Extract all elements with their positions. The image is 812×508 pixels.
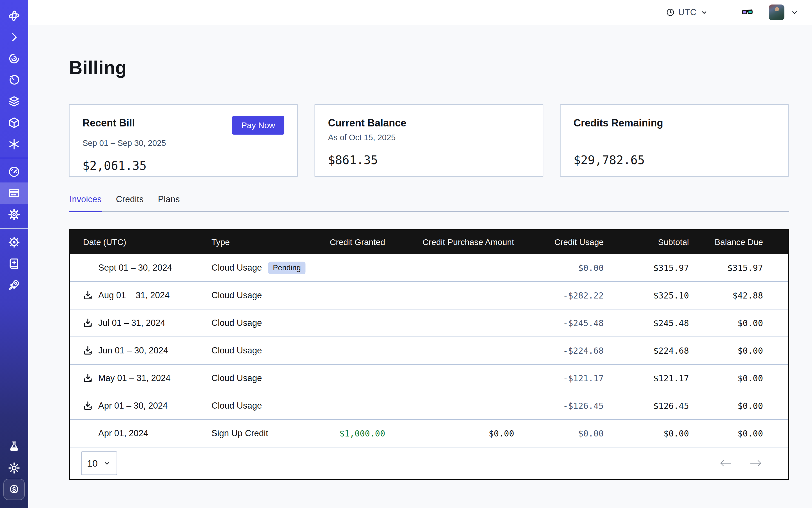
table-row: Jul 01 – 31, 2024 Cloud Usage -$245.48 $… [70,309,788,337]
glasses-icon [741,6,754,18]
table-body: Sept 01 – 30, 2024 Cloud Usage Pending $… [70,254,788,448]
book-sparkle-icon[interactable] [0,253,28,274]
table-footer: 10 [70,448,788,479]
card-amount: $861.35 [328,153,530,167]
page-title: Billing [69,57,789,78]
helm-wheel-icon[interactable] [0,231,28,253]
account-menu[interactable] [769,4,799,20]
subtotal-value: $325.10 [604,291,689,300]
table-row: Apr 01 – 30, 2024 Cloud Usage -$126.45 $… [70,392,788,420]
tab-credits[interactable]: Credits [116,194,144,212]
logo-orbit-icon[interactable] [0,5,28,27]
invoice-type: Cloud Usage [211,401,262,411]
balance-due-value: $0.00 [689,401,763,411]
credit-usage-value: -$224.68 [514,346,604,356]
table-row: Aug 01 – 31, 2024 Cloud Usage -$282.22 $… [70,282,788,309]
credit-usage-value: -$245.48 [514,318,604,328]
timezone-selector[interactable]: UTC [666,7,709,17]
download-invoice-icon[interactable] [82,345,93,356]
pagination [719,459,762,468]
user-avatar [769,4,784,20]
table-row: Sept 01 – 30, 2024 Cloud Usage Pending $… [70,254,788,282]
card-title: Recent Bill [83,117,135,129]
invoice-type: Cloud Usage [211,263,262,273]
pay-now-button[interactable]: Pay Now [232,116,284,135]
balance-due-value: $0.00 [689,373,763,383]
balance-due-value: $42.88 [689,291,763,300]
sidebar-divider [0,228,28,229]
table-row: Jun 01 – 30, 2024 Cloud Usage -$224.68 $… [70,337,788,365]
chevron-right-icon[interactable] [0,27,28,48]
timer-icon[interactable] [0,69,28,91]
gauge-icon[interactable] [0,161,28,182]
invoice-date: Jul 01 – 31, 2024 [98,318,165,328]
tab-plans[interactable]: Plans [157,194,180,212]
subtotal-value: $224.68 [604,346,689,356]
invoice-type: Cloud Usage [211,373,262,383]
invoice-date: Aug 01 – 31, 2024 [98,290,170,300]
card-subtitle: As of Oct 15, 2025 [328,133,530,143]
card-subtitle: Sep 01 – Sep 30, 2025 [83,138,284,149]
invoice-type: Cloud Usage [211,290,262,300]
gear-icon[interactable] [0,204,28,225]
download-invoice-icon[interactable] [82,318,93,329]
col-credit-purchase: Credit Purchase Amount [385,238,514,247]
sidebar-divider [0,158,28,158]
chevron-down-icon [790,8,799,17]
balance-due-value: $0.00 [689,346,763,356]
sun-icon[interactable] [0,457,28,479]
balance-due-value: $0.00 [689,429,763,438]
card-amount: $2,061.35 [83,159,284,173]
subtotal-value: $121.17 [604,373,689,383]
asterisk-icon[interactable] [0,133,28,155]
invoice-date: Apr 01, 2024 [98,428,148,438]
spiral-scan-icon[interactable] [0,48,28,69]
status-badge: Pending [268,262,305,274]
current-balance-card: Current Balance As of Oct 15, 2025 $861.… [314,104,543,177]
subtotal-value: $245.48 [604,318,689,328]
billing-card-icon [8,187,20,200]
card-amount: $29,782.65 [573,153,775,167]
invoice-date: May 01 – 31, 2024 [98,373,171,383]
flask-icon[interactable] [0,436,28,457]
tab-invoices[interactable]: Invoices [69,194,102,212]
sidebar-item-billing[interactable] [0,182,28,204]
credit-usage-value: -$126.45 [514,401,604,411]
prev-page-button[interactable] [719,459,732,468]
credit-granted-value: $1,000.00 [310,429,385,438]
balance-due-value: $0.00 [689,318,763,328]
invoice-type: Cloud Usage [211,345,262,356]
card-title: Current Balance [328,117,406,129]
chevron-down-icon [700,8,709,16]
download-invoice-icon[interactable] [82,400,93,412]
clock-icon [666,8,675,17]
col-balance-due: Balance Due [689,238,763,247]
next-page-button[interactable] [750,459,762,468]
page-size-select[interactable]: 10 [81,452,117,475]
chevron-down-icon [103,459,111,467]
page-size-value: 10 [87,458,98,469]
credits-remaining-card: Credits Remaining $29,782.65 [560,104,789,177]
timezone-label: UTC [678,7,696,17]
subtotal-value: $315.97 [604,263,689,273]
main-content: Billing Recent Bill Pay Now Sep 01 – Sep… [28,25,812,480]
invoices-table: Date (UTC) Type Credit Granted Credit Pu… [69,229,789,480]
dollar-badge-button[interactable] [3,479,25,500]
invoice-type: Cloud Usage [211,318,262,328]
glasses-button[interactable] [741,6,754,18]
topbar: UTC [28,0,812,25]
summary-cards: Recent Bill Pay Now Sep 01 – Sep 30, 202… [69,104,789,177]
table-header-row: Date (UTC) Type Credit Granted Credit Pu… [70,230,788,254]
invoice-date: Apr 01 – 30, 2024 [98,401,168,411]
invoice-date: Jun 01 – 30, 2024 [98,345,168,356]
col-credit-usage: Credit Usage [514,238,604,247]
subtotal-value: $126.45 [604,401,689,411]
rocket-icon[interactable] [0,274,28,296]
layers-icon[interactable] [0,91,28,112]
table-row: May 01 – 31, 2024 Cloud Usage -$121.17 $… [70,365,788,392]
download-invoice-icon[interactable] [82,290,93,301]
cube-icon[interactable] [0,112,28,133]
billing-tabs: Invoices Credits Plans [69,194,789,212]
download-invoice-icon[interactable] [82,373,93,384]
dollar-badge-icon [8,483,20,496]
